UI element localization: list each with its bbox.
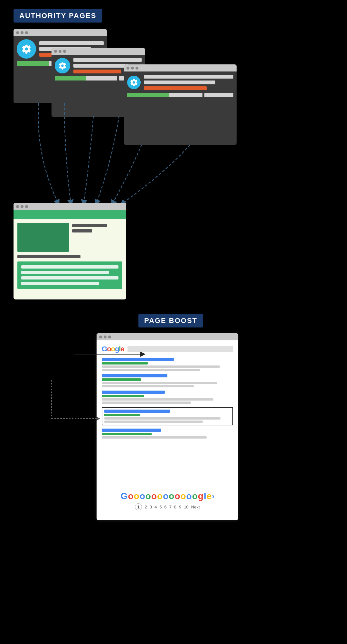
dot-7	[127, 67, 129, 70]
gear-icon-3	[130, 78, 138, 87]
serp-blue-2	[102, 374, 167, 377]
target-body	[14, 219, 126, 293]
page-num-6[interactable]: 6	[164, 505, 166, 509]
titlebar-1	[14, 29, 107, 36]
google-paginated-logo: Goooooooooooogle ›	[121, 491, 214, 501]
target-line-1	[72, 224, 107, 227]
serp-gray-2b	[102, 385, 194, 387]
line-orange-3	[144, 86, 207, 90]
google-serp-window: Google	[97, 333, 238, 520]
page-boost-label: PAGE BOOST	[138, 314, 203, 327]
target-browser	[14, 203, 126, 299]
progress-fill-1	[17, 61, 49, 66]
tgl-4	[21, 282, 99, 285]
serp-green-3	[102, 395, 144, 397]
auth-lines-3	[144, 75, 233, 90]
titlebar-2	[52, 48, 145, 55]
progress-fill-2	[55, 76, 86, 80]
serp-gray-1a	[102, 365, 220, 368]
tgl-1	[21, 265, 118, 269]
dot-6	[63, 50, 66, 53]
line-1	[39, 41, 104, 45]
dot-4	[54, 50, 57, 53]
line-right-3	[204, 93, 233, 97]
dot-8	[131, 67, 134, 70]
target-line-2	[72, 229, 92, 232]
dot-t2	[21, 205, 23, 208]
titlebar-3	[124, 64, 237, 71]
google-search-bar	[127, 346, 233, 352]
page-num-2[interactable]: 2	[145, 505, 147, 509]
target-text-area	[72, 223, 122, 252]
dot-5	[59, 50, 61, 53]
dot-t1	[16, 205, 19, 208]
serp-result-5	[102, 429, 233, 439]
dot-2	[21, 31, 23, 34]
serp-gray-ha	[104, 417, 220, 420]
authority-browser-3	[124, 64, 237, 145]
tgl-2	[21, 271, 109, 274]
serp-gray-5a	[102, 436, 207, 439]
dot-1	[16, 31, 19, 34]
next-label[interactable]: Next	[191, 505, 200, 509]
serp-gray-1b	[102, 369, 200, 371]
page-num-10[interactable]: 10	[184, 505, 188, 509]
line-3	[73, 58, 142, 62]
target-image	[17, 223, 69, 252]
google-search-row: Google	[102, 345, 233, 353]
serp-blue-1	[102, 358, 174, 361]
serp-result-2	[102, 374, 233, 387]
serp-gray-hb	[104, 421, 203, 423]
progress-fill-3	[127, 93, 169, 97]
page-num-5[interactable]: 5	[159, 505, 162, 509]
dot-9	[136, 67, 138, 70]
google-pagination: Goooooooooooogle › 1 2 3 4 5 6 7 8 9 10 …	[97, 491, 238, 510]
gear-circle-3	[127, 76, 141, 89]
page-num-9[interactable]: 9	[179, 505, 181, 509]
chevron-right-icon: ›	[212, 492, 214, 501]
serp-gray-3b	[102, 402, 191, 404]
titlebar-target	[14, 203, 126, 210]
serp-result-highlighted	[102, 407, 233, 425]
serp-blue-h	[104, 410, 170, 413]
serp-result-1	[102, 358, 233, 371]
serp-blue-5	[102, 429, 161, 432]
page-num-7[interactable]: 7	[169, 505, 172, 509]
google-logo: Google	[102, 345, 124, 353]
dot-3	[25, 31, 28, 34]
dot-t3	[25, 205, 28, 208]
page-num-1[interactable]: 1	[135, 503, 142, 510]
pagination-numbers: 1 2 3 4 5 6 7 8 9 10 Next	[135, 503, 200, 510]
line-6	[144, 80, 215, 84]
serp-green-5	[102, 433, 152, 435]
gear-circle-2	[55, 58, 70, 73]
page-num-8[interactable]: 8	[174, 505, 176, 509]
serp-gray-3a	[102, 398, 213, 401]
serp-green-h	[104, 414, 140, 416]
serp-green-1	[102, 362, 148, 365]
serp-green-2	[102, 378, 141, 381]
target-green-content	[17, 261, 122, 289]
serp-result-3	[102, 391, 233, 404]
serp-gray-2a	[102, 382, 217, 384]
page-num-3[interactable]: 3	[150, 505, 152, 509]
serp-blue-3	[102, 391, 165, 394]
main-container: AUTHORITY PAGES	[0, 0, 347, 644]
line-orange-2	[73, 70, 121, 73]
auth-win-3-content	[124, 71, 237, 100]
page-num-4[interactable]: 4	[155, 505, 157, 509]
progress-bg-3	[127, 93, 202, 97]
gear-icon-2	[58, 62, 67, 70]
dot-g2	[104, 336, 107, 338]
gear-icon-1	[21, 44, 32, 54]
target-top-row	[17, 223, 122, 252]
dot-g1	[99, 336, 102, 338]
google-body: Google	[97, 340, 238, 443]
target-divider-line	[17, 255, 80, 258]
target-header-bar	[14, 210, 126, 219]
tgl-3	[21, 276, 118, 279]
gear-circle-1	[17, 39, 36, 59]
progress-row-3	[127, 93, 233, 97]
progress-bg-2	[55, 76, 117, 80]
google-titlebar	[97, 333, 238, 340]
